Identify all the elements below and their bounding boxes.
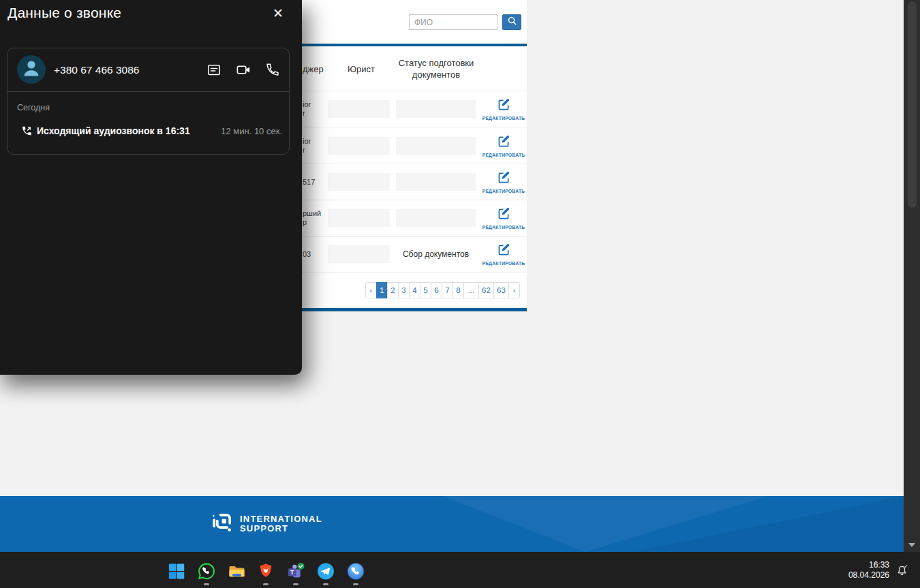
- brand-line-1: INTERNATIONAL: [240, 514, 322, 524]
- voice-call-icon[interactable]: [266, 63, 280, 77]
- svg-text:z: z: [906, 563, 908, 567]
- running-indicator-telegram: [323, 583, 328, 585]
- lawyer-cell-placeholder: [328, 209, 390, 227]
- pagination-ellipsis: ...: [463, 282, 479, 298]
- footer-brand: INTERNATIONAL SUPPORT: [211, 512, 322, 536]
- edit-button-label: РЕДАКТИРОВАТЬ: [482, 116, 525, 121]
- lawyer-cell-placeholder: [328, 100, 390, 118]
- call-entry-text: Исходящий аудиозвонок в 16:31: [37, 125, 190, 136]
- call-entry-duration: 12 мин. 10 сек.: [221, 126, 282, 136]
- column-header-manager: джер: [303, 63, 324, 74]
- status-cell-placeholder: [396, 137, 476, 155]
- pagination-page[interactable]: 2: [387, 282, 399, 298]
- pagination: ‹ 1 2 3 4 5 6 7 8 ... 62 63 ›: [365, 282, 520, 298]
- pagination-page[interactable]: 5: [420, 282, 431, 298]
- scrollbar-thumb[interactable]: [908, 1, 917, 208]
- status-cell-placeholder: [396, 100, 476, 118]
- notification-bell-zzz-icon[interactable]: zz: [895, 563, 908, 576]
- edit-button-label: РЕДАКТИРОВАТЬ: [482, 225, 525, 230]
- clock-time: 16:33: [848, 560, 889, 570]
- pagination-page[interactable]: 7: [442, 282, 453, 298]
- panel-title: Данные о звонке: [7, 5, 121, 21]
- running-indicator-whatsapp: [204, 583, 209, 585]
- screen: джер Юрист Статус подготовки документов …: [0, 0, 920, 588]
- lawyer-cell-placeholder: [328, 245, 390, 263]
- pagination-page[interactable]: 8: [453, 282, 464, 298]
- edit-button[interactable]: РЕДАКТИРОВАТЬ: [488, 97, 519, 121]
- status-cell-placeholder: [396, 209, 476, 227]
- teams-icon[interactable]: T: [287, 562, 305, 581]
- row-text-fragment: ior r: [303, 100, 311, 118]
- column-header-lawyer: Юрист: [348, 63, 375, 74]
- row-text-fragment: рший р: [303, 209, 321, 227]
- edit-button-label: РЕДАКТИРОВАТЬ: [482, 261, 525, 266]
- edit-icon: [497, 170, 511, 187]
- search-button[interactable]: [502, 14, 521, 30]
- pagination-page[interactable]: 3: [398, 282, 410, 298]
- running-indicator-brave: [263, 583, 269, 585]
- clock-date: 08.04.2026: [848, 570, 889, 581]
- call-details-panel: Данные о звонке ✕ +380 67 466 3086: [0, 0, 302, 375]
- status-cell-placeholder: [396, 173, 476, 191]
- pagination-page[interactable]: 4: [409, 282, 420, 298]
- contact-card: +380 67 466 3086 Сегодня: [7, 48, 290, 155]
- outgoing-call-icon: [21, 125, 33, 137]
- column-header-status: Статус подготовки документов: [378, 57, 494, 80]
- start-button[interactable]: [168, 562, 186, 581]
- pagination-prev[interactable]: ‹: [365, 282, 377, 298]
- avatar: [17, 55, 46, 84]
- edit-icon: [497, 134, 511, 151]
- lawyer-cell-placeholder: [328, 173, 390, 191]
- phone-app-icon[interactable]: [347, 562, 365, 581]
- history-day-label: Сегодня: [17, 103, 50, 112]
- edit-icon: [497, 97, 511, 114]
- site-footer: INTERNATIONAL SUPPORT: [0, 496, 904, 552]
- whatsapp-icon[interactable]: [198, 562, 216, 581]
- pagination-page[interactable]: 63: [493, 282, 509, 298]
- brand-line-2: SUPPORT: [240, 523, 288, 533]
- contact-actions: [206, 48, 280, 91]
- contact-phone-number: +380 67 466 3086: [54, 64, 139, 76]
- row-text-fragment: 517: [303, 177, 315, 186]
- edit-button[interactable]: РЕДАКТИРОВАТЬ: [488, 243, 519, 266]
- edit-button[interactable]: РЕДАКТИРОВАТЬ: [488, 170, 519, 194]
- taskbar: T 16:33 08.04.2026 zz: [0, 552, 920, 588]
- pagination-page[interactable]: 1: [376, 282, 388, 298]
- search-input[interactable]: [409, 14, 497, 30]
- telegram-icon[interactable]: [317, 562, 335, 581]
- row-text-fragment: ior r: [303, 137, 311, 155]
- brave-icon[interactable]: [257, 562, 275, 581]
- edit-icon: [497, 206, 511, 223]
- person-icon: [17, 54, 46, 85]
- pagination-next[interactable]: ›: [508, 282, 520, 298]
- call-log-entry[interactable]: Исходящий аудиозвонок в 16:31 12 мин. 10…: [7, 121, 289, 141]
- edit-button[interactable]: РЕДАКТИРОВАТЬ: [488, 134, 519, 157]
- scrollbar-track[interactable]: [904, 0, 920, 552]
- row-text-fragment: 03: [303, 250, 311, 259]
- scroll-down-button[interactable]: [908, 542, 917, 548]
- search-icon: [507, 16, 517, 29]
- contact-row: +380 67 466 3086: [7, 48, 289, 91]
- running-indicator-phone-app: [353, 583, 358, 585]
- edit-button-label: РЕДАКТИРОВАТЬ: [482, 189, 525, 194]
- pagination-page[interactable]: 62: [478, 282, 494, 298]
- search-area: [409, 14, 521, 30]
- video-call-icon[interactable]: [236, 62, 251, 78]
- brand-logo-icon: [211, 512, 233, 536]
- file-explorer-icon[interactable]: [228, 562, 246, 581]
- status-cell-value: Сбор документов: [396, 249, 476, 259]
- edit-button[interactable]: РЕДАКТИРОВАТЬ: [488, 206, 519, 230]
- taskbar-clock[interactable]: 16:33 08.04.2026: [848, 560, 889, 581]
- lawyer-cell-placeholder: [328, 137, 390, 155]
- card-divider: [7, 91, 289, 92]
- edit-button-label: РЕДАКТИРОВАТЬ: [482, 153, 525, 157]
- running-indicator-teams: [293, 583, 298, 585]
- message-icon[interactable]: [206, 63, 221, 78]
- svg-text:T: T: [290, 569, 294, 576]
- close-icon[interactable]: ✕: [273, 5, 283, 21]
- edit-icon: [497, 243, 511, 260]
- pagination-page[interactable]: 6: [431, 282, 442, 298]
